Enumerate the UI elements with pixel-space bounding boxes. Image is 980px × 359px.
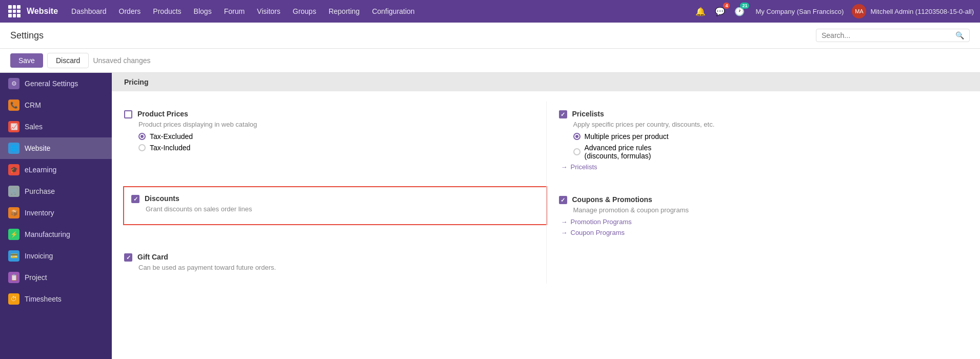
sidebar-label-purchase: Purchase bbox=[25, 187, 55, 195]
product-prices-radio-group: Tax-Excluded Tax-Included bbox=[138, 132, 536, 152]
sidebar-item-purchase[interactable]: 🛒 Purchase bbox=[0, 181, 112, 202]
nav-groups[interactable]: Groups bbox=[288, 5, 322, 17]
nav-products[interactable]: Products bbox=[148, 5, 186, 17]
website-icon: 🌐 bbox=[8, 143, 19, 154]
nav-orders[interactable]: Orders bbox=[114, 5, 146, 17]
advanced-price-option[interactable]: Advanced price rules(discounts, formulas… bbox=[573, 144, 958, 160]
tax-excluded-label: Tax-Excluded bbox=[150, 132, 193, 141]
activities-icon[interactable]: 🕐 21 bbox=[732, 4, 747, 19]
sidebar-item-invoicing[interactable]: 💳 Invoicing bbox=[0, 245, 112, 267]
action-bar: Save Discard Unsaved changes bbox=[0, 49, 980, 73]
pricelists-desc: Apply specific prices per country, disco… bbox=[573, 121, 958, 128]
product-prices-desc: Product prices displaying in web catalog bbox=[138, 121, 536, 128]
coupon-programs-arrow: → bbox=[561, 229, 568, 236]
sidebar-item-project[interactable]: 📋 Project bbox=[0, 267, 112, 288]
advanced-price-radio[interactable] bbox=[573, 148, 581, 155]
discounts-title: Discounts bbox=[145, 194, 179, 203]
sidebar-item-general-settings[interactable]: ⚙ General Settings bbox=[0, 73, 112, 94]
invoicing-icon: 💳 bbox=[8, 250, 19, 262]
tax-included-option[interactable]: Tax-Included bbox=[138, 144, 536, 152]
discounts-outer: ✓ Discounts Grant discounts on sales ord… bbox=[124, 179, 546, 245]
gift-card-title: Gift Card bbox=[137, 253, 168, 261]
sidebar-item-website[interactable]: 🌐 Website bbox=[0, 137, 112, 159]
pricing-settings-grid: Product Prices Product prices displaying… bbox=[112, 91, 980, 294]
notification-bell-icon[interactable]: 🔔 bbox=[693, 4, 708, 19]
gift-card-check-mark: ✓ bbox=[126, 254, 131, 261]
tax-included-radio[interactable] bbox=[138, 144, 146, 151]
elearning-icon: 🎓 bbox=[8, 164, 19, 175]
nav-reporting[interactable]: Reporting bbox=[324, 5, 365, 17]
app-switcher-icon[interactable] bbox=[6, 3, 23, 19]
nav-configuration[interactable]: Configuration bbox=[367, 5, 419, 17]
sidebar-label-manufacturing: Manufacturing bbox=[25, 230, 70, 238]
coupons-checkbox[interactable]: ✓ bbox=[559, 196, 567, 204]
messages-icon[interactable]: 💬 4 bbox=[712, 4, 728, 19]
tax-excluded-option[interactable]: Tax-Excluded bbox=[138, 132, 536, 141]
sidebar-item-manufacturing[interactable]: ⚡ Manufacturing bbox=[0, 224, 112, 245]
pricing-title: Pricing bbox=[124, 78, 148, 86]
pricelists-block: ✓ Pricelists Apply specific prices per c… bbox=[546, 102, 968, 179]
sidebar-label-crm: CRM bbox=[25, 101, 41, 109]
discard-button[interactable]: Discard bbox=[47, 53, 89, 68]
nav-dashboard[interactable]: Dashboard bbox=[66, 5, 112, 17]
main-layout: ⚙ General Settings 📞 CRM 📈 Sales 🌐 Websi… bbox=[0, 73, 980, 359]
gift-card-desc: Can be used as payment toward future ord… bbox=[138, 264, 536, 271]
tax-excluded-radio[interactable] bbox=[138, 133, 146, 140]
brand-name[interactable]: Website bbox=[27, 7, 58, 16]
messages-badge: 4 bbox=[723, 3, 730, 9]
nav-forum[interactable]: Forum bbox=[219, 5, 250, 17]
sidebar-item-crm[interactable]: 📞 CRM bbox=[0, 94, 112, 116]
top-navigation: Website Dashboard Orders Products Blogs … bbox=[0, 0, 980, 23]
save-button[interactable]: Save bbox=[10, 53, 43, 68]
sidebar-item-sales[interactable]: 📈 Sales bbox=[0, 116, 112, 137]
discounts-checkbox[interactable]: ✓ bbox=[131, 195, 139, 203]
gift-card-checkbox[interactable]: ✓ bbox=[124, 253, 132, 262]
nav-blogs[interactable]: Blogs bbox=[189, 5, 217, 17]
unsaved-changes-label: Unsaved changes bbox=[93, 56, 150, 65]
discounts-desc: Grant discounts on sales order lines bbox=[146, 205, 537, 213]
project-icon: 📋 bbox=[8, 272, 19, 283]
multiple-prices-label: Multiple prices per product bbox=[585, 132, 669, 141]
timesheets-icon: ⏱ bbox=[8, 293, 19, 305]
pricelists-arrow: → bbox=[561, 163, 568, 171]
avatar[interactable]: MA bbox=[852, 4, 866, 18]
search-bar[interactable]: 🔍 bbox=[816, 29, 970, 42]
pricelists-radio-group: Multiple prices per product Advanced pri… bbox=[573, 132, 958, 160]
manufacturing-icon: ⚡ bbox=[8, 229, 19, 240]
coupons-title: Coupons & Promotions bbox=[572, 195, 652, 204]
coupon-programs-link[interactable]: → Coupon Programs bbox=[561, 229, 958, 236]
user-name: Mitchell Admin (11203508-15-0-all) bbox=[870, 8, 974, 15]
pricelists-checkbox[interactable]: ✓ bbox=[559, 110, 567, 118]
purchase-icon: 🛒 bbox=[8, 186, 19, 197]
pricelists-link-label: Pricelists bbox=[571, 163, 597, 171]
sidebar-label-invoicing: Invoicing bbox=[25, 252, 53, 260]
sidebar-label-elearning: eLearning bbox=[25, 166, 56, 174]
page-title: Settings bbox=[10, 30, 44, 41]
sidebar-label-timesheets: Timesheets bbox=[25, 295, 62, 303]
multiple-prices-radio[interactable] bbox=[573, 133, 581, 140]
gift-card-block: ✓ Gift Card Can be used as payment towar… bbox=[124, 245, 546, 284]
multiple-prices-option[interactable]: Multiple prices per product bbox=[573, 132, 958, 141]
search-icon: 🔍 bbox=[955, 31, 964, 39]
pricelists-link[interactable]: → Pricelists bbox=[561, 163, 958, 171]
sidebar-item-inventory[interactable]: 📦 Inventory bbox=[0, 202, 112, 224]
promotion-programs-label: Promotion Programs bbox=[571, 218, 632, 226]
sidebar-item-timesheets[interactable]: ⏱ Timesheets bbox=[0, 288, 112, 310]
sidebar-label-project: Project bbox=[25, 273, 47, 282]
promotion-programs-link[interactable]: → Promotion Programs bbox=[561, 218, 958, 226]
coupons-check-mark: ✓ bbox=[561, 197, 565, 204]
gear-icon: ⚙ bbox=[8, 78, 19, 89]
sales-icon: 📈 bbox=[8, 121, 19, 132]
sidebar-label-general-settings: General Settings bbox=[25, 79, 78, 88]
sidebar-item-elearning[interactable]: 🎓 eLearning bbox=[0, 159, 112, 181]
inventory-icon: 📦 bbox=[8, 207, 19, 218]
search-input[interactable] bbox=[822, 31, 951, 39]
coupons-promotions-block: ✓ Coupons & Promotions Manage promotion … bbox=[546, 179, 968, 245]
settings-content: Pricing Product Prices Product prices di… bbox=[112, 73, 980, 359]
pricelists-check-mark: ✓ bbox=[561, 111, 565, 118]
nav-visitors[interactable]: Visitors bbox=[252, 5, 286, 17]
product-prices-checkbox[interactable] bbox=[124, 110, 132, 118]
empty-right-block bbox=[546, 245, 968, 284]
sidebar: ⚙ General Settings 📞 CRM 📈 Sales 🌐 Websi… bbox=[0, 73, 112, 359]
pricelists-title: Pricelists bbox=[572, 110, 604, 118]
